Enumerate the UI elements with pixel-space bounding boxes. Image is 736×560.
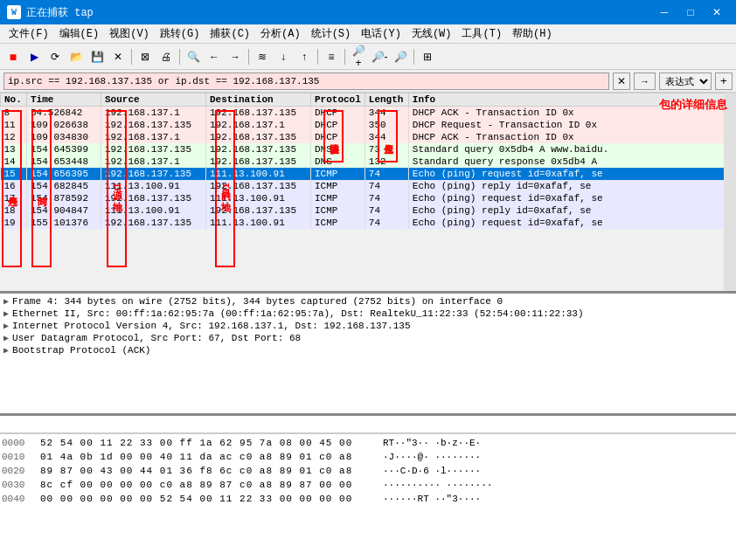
filter-input[interactable] (3, 73, 609, 90)
hex-ascii: ·········· ········ (383, 478, 492, 492)
reload-button[interactable]: ⊠ (135, 47, 155, 66)
filter-add-button[interactable]: + (715, 73, 733, 90)
hex-offset: 0000 (2, 436, 33, 450)
main-area: 包序号 时间 源IP地址 目的IP地址 通信协议 包长度 包的详细信息 No. … (0, 93, 736, 560)
detail-item[interactable]: ▶Frame 4: 344 bytes on wire (2752 bits),… (2, 295, 734, 308)
hex-row: 0010 01 4a 0b 1d 00 00 40 11 da ac c0 a8… (2, 450, 734, 464)
cell-len: 74 (365, 192, 408, 204)
filter-clear-button[interactable]: ✕ (613, 73, 630, 90)
hex-ascii: RT··"3·· ·b·z··E· (383, 436, 481, 450)
window-title: 正在捕获 tap (26, 5, 94, 20)
cell-info: DHCP Request - Transaction ID 0x (408, 119, 735, 131)
hex-row: 0040 00 00 00 00 00 00 52 54 00 11 22 33… (2, 492, 734, 506)
detail-arrow: ▶ (3, 333, 9, 343)
detail-item[interactable]: ▶Ethernet II, Src: 00:ff:1a:62:95:7a (00… (2, 308, 734, 320)
layout-button[interactable]: ⊞ (418, 47, 437, 66)
colorize-button[interactable]: ≡ (322, 47, 341, 66)
hex-bytes: 00 00 00 00 00 00 52 54 00 11 22 33 00 0… (40, 492, 372, 506)
print-button[interactable]: 🖨 (156, 47, 176, 66)
col-header-time: Time (27, 93, 101, 107)
restart-button[interactable]: ⟳ (45, 47, 65, 66)
menu-capture[interactable]: 捕获(C) (205, 24, 255, 43)
hex-offset: 0010 (2, 450, 33, 464)
menu-wireless[interactable]: 无线(W) (406, 24, 457, 43)
detail-text: Bootstrap Protocol (ACK) (12, 345, 150, 356)
cell-info: Echo (ping) request id=0xafaf, se (408, 192, 735, 204)
menu-file[interactable]: 文件(F) (3, 24, 54, 43)
zoom-out-button[interactable]: 🔎- (370, 47, 389, 66)
cell-info: DHCP ACK - Transaction ID 0x (408, 131, 735, 143)
cell-info: Echo (ping) request id=0xafaf, se (408, 168, 735, 180)
hex-ascii: ···C·D·6 ·l······ (383, 464, 481, 478)
hex-ascii: ······RT ··"3···· (383, 492, 481, 506)
start-capture-button[interactable]: ▶ (24, 47, 44, 66)
menu-view[interactable]: 视图(V) (104, 24, 155, 43)
autoscroll-button[interactable]: ≋ (253, 47, 272, 66)
scroll-first-button[interactable]: ↑ (295, 47, 314, 66)
menu-stats[interactable]: 统计(S) (306, 24, 357, 43)
hex-row: 0020 89 87 00 43 00 44 01 36 f8 6c c0 a8… (2, 464, 734, 478)
cell-info: Echo (ping) request id=0xafaf, se (408, 217, 735, 229)
hex-bytes: 52 54 00 11 22 33 00 ff 1a 62 95 7a 08 0… (40, 436, 372, 450)
forward-button[interactable]: → (226, 47, 245, 66)
menu-bar: 文件(F) 编辑(E) 视图(V) 跳转(G) 捕获(C) 分析(A) 统计(S… (0, 24, 736, 44)
cell-len: 74 (365, 204, 408, 217)
detail-area: ▶Frame 4: 344 bytes on wire (2752 bits),… (0, 294, 736, 416)
packet-table-container: 包序号 时间 源IP地址 目的IP地址 通信协议 包长度 包的详细信息 No. … (0, 93, 736, 294)
col-header-proto: Protocol (311, 93, 365, 107)
filter-dropdown[interactable]: 表达式… (659, 73, 712, 90)
detail-item[interactable]: ▶Internet Protocol Version 4, Src: 192.1… (2, 320, 734, 332)
minimize-button[interactable]: ─ (652, 3, 677, 21)
zoom-reset-button[interactable]: 🔎 (391, 47, 410, 66)
toolbar: ■ ▶ ⟳ 📂 💾 ✕ ⊠ 🖨 🔍 ← → ≋ ↓ ↑ ≡ 🔎+ 🔎- 🔎 ⊞ (0, 44, 736, 70)
detail-arrow: ▶ (3, 308, 9, 319)
menu-edit[interactable]: 编辑(E) (54, 24, 105, 43)
app-icon: W (7, 5, 21, 19)
cell-len: 74 (365, 168, 408, 180)
seq-annotation: 包序号 (2, 110, 22, 267)
save-button[interactable]: 💾 (87, 47, 107, 66)
menu-analyze[interactable]: 分析(A) (255, 24, 306, 43)
hex-ascii: ·J····@· ········ (383, 450, 481, 464)
hex-offset: 0030 (2, 478, 33, 492)
back-button[interactable]: ← (205, 47, 224, 66)
cell-len: 74 (365, 217, 408, 229)
detail-arrow: ▶ (3, 345, 9, 356)
close-file-button[interactable]: ✕ (108, 47, 128, 66)
menu-phone[interactable]: 电话(Y) (356, 24, 406, 43)
menu-tools[interactable]: 工具(T) (456, 24, 507, 43)
find-button[interactable]: 🔍 (184, 47, 203, 66)
cell-proto: ICMP (311, 180, 365, 192)
src-annotation: 源IP地址 (107, 110, 127, 267)
detail-text: User Datagram Protocol, Src Port: 67, Ds… (12, 333, 301, 343)
detail-item[interactable]: ▶Bootstrap Protocol (ACK) (2, 344, 734, 356)
cell-info: Standard query 0x5db4 A www.baidu. (408, 143, 735, 156)
detail-item[interactable]: ▶User Datagram Protocol, Src Port: 67, D… (2, 332, 734, 344)
cell-proto: ICMP (311, 192, 365, 204)
col-header-no: No. (1, 93, 27, 107)
menu-help[interactable]: 帮助(H) (507, 24, 558, 43)
stop-capture-button[interactable]: ■ (3, 47, 23, 66)
cell-info: Standard query response 0x5db4 A (408, 156, 735, 168)
cell-len: 74 (365, 180, 408, 192)
col-header-len: Length (365, 93, 408, 107)
zoom-in-button[interactable]: 🔎+ (349, 47, 368, 66)
hex-bytes: 89 87 00 43 00 44 01 36 f8 6c c0 a8 89 0… (40, 464, 372, 478)
cell-proto: ICMP (311, 204, 365, 217)
filter-arrow-button[interactable]: → (634, 73, 656, 90)
menu-goto[interactable]: 跳转(G) (155, 24, 205, 43)
table-scrollbar-area[interactable] (724, 93, 736, 291)
proto-annotation: 通信协议 (323, 110, 344, 162)
scroll-end-button[interactable]: ↓ (274, 47, 293, 66)
maximize-button[interactable]: □ (678, 3, 703, 21)
cell-info: Echo (ping) reply id=0xafaf, se (408, 204, 735, 217)
title-bar: W 正在捕获 tap ─ □ ✕ (0, 0, 736, 24)
close-button[interactable]: ✕ (705, 3, 729, 21)
col-header-dst: Destination (206, 93, 311, 107)
hex-offset: 0040 (2, 492, 33, 506)
empty-gap (0, 416, 736, 433)
hex-row: 0030 8c cf 00 00 00 00 c0 a8 89 87 c0 a8… (2, 478, 734, 492)
hex-area: 0000 52 54 00 11 22 33 00 ff 1a 62 95 7a… (0, 433, 736, 560)
open-button[interactable]: 📂 (66, 47, 86, 66)
cell-proto: ICMP (311, 168, 365, 180)
